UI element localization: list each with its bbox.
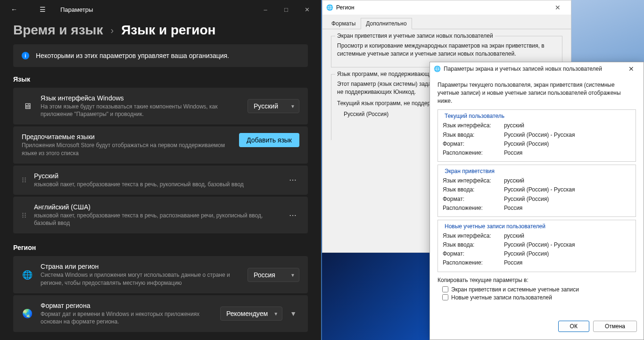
group-newusers-legend: Новые учетные записи пользователей <box>443 223 547 230</box>
country-region-select[interactable]: Россия ▼ <box>248 268 299 282</box>
chevron-down-icon: ▼ <box>290 104 295 109</box>
label-format: Формат: <box>443 140 504 149</box>
close-button[interactable]: ✕ <box>623 65 640 73</box>
globe-icon: 🌐 <box>326 4 333 11</box>
group-welcome-legend: Экран приветствия <box>443 168 496 174</box>
drag-handle-icon[interactable]: ⁝⁝ <box>22 175 26 184</box>
region-window-title: Регион <box>336 4 355 11</box>
language-features: языковой пакет, преобразование текста в … <box>34 181 280 188</box>
value-ui-lang: русский <box>504 121 524 130</box>
windows-display-language-card: 🖥 Язык интерфейса Windows На этом языке … <box>13 88 308 124</box>
maximize-button[interactable]: □ <box>276 2 297 17</box>
region-format-value: Рекомендуем <box>226 310 268 317</box>
value-ui-lang: русский <box>504 176 524 185</box>
welcome-screen-legend: Экран приветствия и учетные записи новых… <box>335 33 495 39</box>
label-input-lang: Язык ввода: <box>443 185 504 194</box>
label-ui-lang: Язык интерфейса: <box>443 176 504 185</box>
region-tabs: Форматы Дополнительно <box>322 15 571 29</box>
close-button[interactable]: ✕ <box>548 4 567 11</box>
chevron-down-icon: ▼ <box>273 311 278 316</box>
language-name: Английский (США) <box>34 203 280 211</box>
welcome-screen-text: Просмотр и копирование международных пар… <box>337 42 556 58</box>
breadcrumb: Время и язык › Язык и регион <box>0 19 321 44</box>
region-format-sub: Формат дат и времени в Windows и некотор… <box>41 310 213 325</box>
label-format: Формат: <box>443 249 504 258</box>
language-item-english-us[interactable]: ⁝⁝ Английский (США) языковой пакет, прео… <box>13 197 308 233</box>
drag-handle-icon[interactable]: ⁝⁝ <box>22 211 26 220</box>
region-format-card[interactable]: 🌏 Формат региона Формат дат и времени в … <box>13 295 308 332</box>
checkbox-welcome-screen-label: Экран приветствия и системные учетные за… <box>451 286 579 293</box>
value-location: Россия <box>504 149 522 158</box>
more-options-button[interactable]: ⋯ <box>287 174 299 186</box>
cancel-button[interactable]: Отмена <box>593 321 637 332</box>
value-input-lang: Русский (Россия) - Русская <box>504 131 575 140</box>
windows-display-language-sub: На этом языке будут показываться такие к… <box>41 103 240 118</box>
language-item-russian[interactable]: ⁝⁝ Русский языковой пакет, преобразовани… <box>13 166 308 195</box>
label-location: Расположение: <box>443 204 504 213</box>
desktop-background-top <box>571 0 644 62</box>
settings-window: ← ☰ Параметры – □ ✕ Время и язык › Язык … <box>0 0 321 340</box>
windows-display-language-value: Русский <box>254 102 278 110</box>
preferred-languages-title: Предпочитаемые языки <box>22 133 231 141</box>
chevron-down-icon: ▼ <box>290 272 295 277</box>
label-location: Расположение: <box>443 149 504 158</box>
section-language-header: Язык <box>13 75 308 83</box>
expand-chevron-icon[interactable]: ▼ <box>287 310 299 317</box>
dialog-title-bar: 🌐 Параметры экрана и учетных записей нов… <box>430 62 644 75</box>
checkbox-new-users-input[interactable] <box>442 294 448 300</box>
tab-additional[interactable]: Дополнительно <box>361 18 412 29</box>
windows-display-language-select[interactable]: Русский ▼ <box>248 99 299 113</box>
country-region-card: 🌐 Страна или регион Система Windows и пр… <box>13 256 308 293</box>
value-location: Россия <box>504 204 522 213</box>
group-welcome-screen: Экран приветствия Язык интерфейса:русски… <box>438 165 636 217</box>
value-input-lang: Русский (Россия) - Русская <box>504 240 575 249</box>
value-format: Русский (Россия) <box>504 140 549 149</box>
value-location: Россия <box>504 258 522 267</box>
label-ui-lang: Язык интерфейса: <box>443 121 504 130</box>
ok-button[interactable]: ОК <box>558 321 589 332</box>
label-format: Формат: <box>443 195 504 204</box>
checkbox-welcome-screen-input[interactable] <box>442 286 448 292</box>
group-current-user: Текущий пользователь Язык интерфейса:рус… <box>438 109 636 162</box>
group-new-users: Новые учетные записи пользователей Язык … <box>438 220 636 272</box>
checkbox-welcome-screen[interactable]: Экран приветствия и системные учетные за… <box>438 286 636 293</box>
country-region-title: Страна или регион <box>41 263 240 270</box>
welcome-accounts-dialog: 🌐 Параметры экрана и учетных записей нов… <box>429 62 644 340</box>
info-icon: i <box>22 52 29 59</box>
label-input-lang: Язык ввода: <box>443 240 504 249</box>
menu-button[interactable]: ☰ <box>32 2 53 17</box>
windows-display-language-title: Язык интерфейса Windows <box>41 94 240 102</box>
breadcrumb-parent[interactable]: Время и язык <box>13 23 103 38</box>
org-managed-banner: i Некоторыми из этих параметров управляе… <box>13 44 308 67</box>
section-region-header: Регион <box>13 244 308 251</box>
globe-icon: 🌐 <box>22 270 33 280</box>
dialog-title: Параметры экрана и учетных записей новых… <box>444 66 620 72</box>
copy-settings-label: Копировать текущие параметры в: <box>438 277 636 283</box>
country-region-sub: Система Windows и приложения могут испол… <box>41 271 240 286</box>
value-ui-lang: русский <box>504 232 524 240</box>
preferred-languages-card: Предпочитаемые языки Приложения Microsof… <box>13 126 308 163</box>
value-format: Русский (Россия) <box>504 249 549 258</box>
breadcrumb-current: Язык и регион <box>121 23 215 38</box>
more-options-button[interactable]: ⋯ <box>287 209 299 222</box>
dialog-intro: Параметры текущего пользователя, экран п… <box>438 81 636 105</box>
close-button[interactable]: ✕ <box>297 2 317 17</box>
region-format-title: Формат региона <box>41 302 213 309</box>
tab-formats[interactable]: Форматы <box>326 18 361 29</box>
preferred-languages-sub: Приложения Microsoft Store будут отображ… <box>22 141 231 157</box>
globe-icon: 🌐 <box>434 66 441 72</box>
chevron-right-icon: › <box>111 25 114 36</box>
window-title: Параметры <box>60 6 248 13</box>
country-region-value: Россия <box>254 271 275 279</box>
label-input-lang: Язык ввода: <box>443 131 504 140</box>
settings-title-bar: ← ☰ Параметры – □ ✕ <box>0 0 321 19</box>
add-language-button[interactable]: Добавить язык <box>239 133 299 147</box>
label-location: Расположение: <box>443 258 504 267</box>
region-title-bar: 🌐 Регион ✕ <box>322 0 571 15</box>
label-ui-lang: Язык интерфейса: <box>443 232 504 240</box>
minimize-button[interactable]: – <box>255 2 276 17</box>
back-button[interactable]: ← <box>4 2 25 17</box>
language-name: Русский <box>34 172 280 180</box>
region-format-select[interactable]: Рекомендуем ▼ <box>220 307 282 321</box>
checkbox-new-users[interactable]: Новые учетные записи пользователей <box>438 294 636 301</box>
